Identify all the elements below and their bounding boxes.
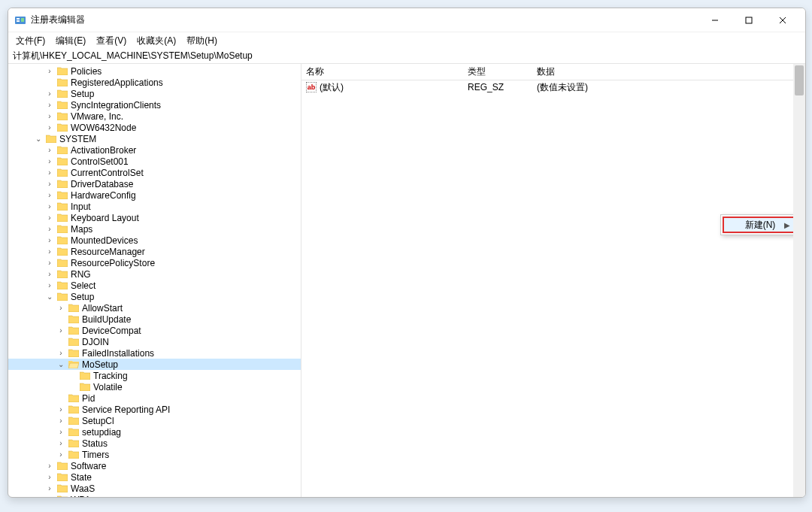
tree-item[interactable]: ›WPA xyxy=(8,494,301,497)
tree-item[interactable]: BuildUpdate xyxy=(8,314,301,325)
expand-icon[interactable]: › xyxy=(56,439,65,447)
tree-item[interactable]: ›SyncIntegrationClients xyxy=(8,99,301,111)
folder-icon xyxy=(68,450,80,460)
tree-item[interactable]: ›Policies xyxy=(8,65,301,77)
collapse-icon[interactable]: ⌄ xyxy=(45,292,54,301)
expand-icon[interactable]: › xyxy=(45,473,54,481)
expand-icon[interactable]: › xyxy=(45,101,54,109)
expand-icon[interactable]: › xyxy=(45,236,54,244)
tree-item[interactable]: ›Keyboard Layout xyxy=(8,212,301,223)
expand-icon[interactable]: › xyxy=(45,484,54,492)
expand-icon[interactable]: › xyxy=(56,450,65,459)
tree-item[interactable]: Tracking xyxy=(8,370,301,381)
expand-icon[interactable]: › xyxy=(45,495,54,497)
tree-item[interactable]: ›SetupCl xyxy=(8,415,301,426)
expand-icon[interactable]: › xyxy=(45,67,54,75)
tree-item[interactable]: ›setupdiag xyxy=(8,426,301,438)
tree-item[interactable]: ›CurrentControlSet xyxy=(8,167,301,178)
tree-item[interactable]: ›State xyxy=(8,471,301,483)
expand-icon[interactable]: › xyxy=(45,247,54,256)
expand-icon[interactable]: › xyxy=(45,191,54,199)
folder-icon xyxy=(68,348,80,359)
tree-item[interactable]: ›DriverDatabase xyxy=(8,178,301,189)
tree-item[interactable]: Volatile xyxy=(8,381,301,392)
expand-icon[interactable]: › xyxy=(45,146,54,154)
expand-icon[interactable]: › xyxy=(45,214,54,222)
tree-item[interactable]: ›Setup xyxy=(8,88,301,99)
path-text: 计算机\HKEY_LOCAL_MACHINE\SYSTEM\Setup\MoSe… xyxy=(13,50,253,62)
expand-icon[interactable]: › xyxy=(45,202,54,211)
col-header-name[interactable]: 名称 xyxy=(301,65,463,78)
tree-item[interactable]: ›Timers xyxy=(8,449,301,460)
expand-icon[interactable]: › xyxy=(56,349,65,357)
tree-item[interactable]: RegisteredApplications xyxy=(8,77,301,88)
tree-item[interactable]: DJOIN xyxy=(8,336,301,347)
tree-item[interactable]: ⌄SYSTEM xyxy=(8,133,301,144)
tree-item[interactable]: ›WaaS xyxy=(8,483,301,494)
close-button[interactable] xyxy=(765,9,799,32)
tree-item[interactable]: ›Software xyxy=(8,460,301,471)
expand-icon[interactable]: › xyxy=(56,304,65,312)
folder-icon xyxy=(56,213,68,223)
tree-item[interactable]: ›ResourcePolicyStore xyxy=(8,257,301,268)
collapse-icon[interactable]: ⌄ xyxy=(34,135,43,143)
tree-item[interactable]: ›ActivationBroker xyxy=(8,144,301,156)
tree-label: ControlSet001 xyxy=(71,156,129,167)
scrollbar-thumb[interactable] xyxy=(795,65,804,95)
expand-icon[interactable]: › xyxy=(45,225,54,233)
tree-item[interactable]: ›VMware, Inc. xyxy=(8,111,301,122)
expand-icon[interactable]: › xyxy=(45,112,54,120)
expand-icon[interactable]: › xyxy=(45,270,54,278)
expand-icon[interactable]: › xyxy=(45,157,54,165)
minimize-button[interactable] xyxy=(698,9,732,32)
maximize-button[interactable] xyxy=(732,9,765,32)
tree-item[interactable]: ›Maps xyxy=(8,223,301,235)
tree-item[interactable]: ›MountedDevices xyxy=(8,235,301,246)
folder-icon xyxy=(56,258,68,268)
titlebar[interactable]: 注册表编辑器 xyxy=(8,8,805,32)
tree-item[interactable]: ›ControlSet001 xyxy=(8,156,301,167)
expand-icon[interactable]: › xyxy=(45,281,54,289)
expand-icon[interactable]: › xyxy=(56,405,65,414)
tree-label: Setup xyxy=(71,292,94,302)
tree-item[interactable]: ›WOW6432Node xyxy=(8,122,301,133)
expand-icon[interactable]: › xyxy=(56,417,65,425)
detail-scrollbar[interactable] xyxy=(793,64,805,497)
expand-icon[interactable]: › xyxy=(45,89,54,98)
expand-icon[interactable]: › xyxy=(45,123,54,132)
tree-item[interactable]: Pid xyxy=(8,392,301,404)
tree-item[interactable]: ›RNG xyxy=(8,268,301,280)
context-menu-new[interactable]: 新建(N) ▶ xyxy=(723,217,796,233)
menu-help[interactable]: 帮助(H) xyxy=(182,33,222,49)
expand-icon[interactable]: › xyxy=(45,168,54,177)
tree-item[interactable]: ›AllowStart xyxy=(8,302,301,314)
detail-panel[interactable]: 名称 类型 数据 ab (默认) REG_SZ (数值未设置) 新建(N) ▶ xyxy=(301,64,805,497)
tree-item[interactable]: ⌄MoSetup xyxy=(8,359,301,370)
expand-icon[interactable]: › xyxy=(45,180,54,188)
col-header-data[interactable]: 数据 xyxy=(532,65,805,78)
tree-item[interactable]: ›DeviceCompat xyxy=(8,325,301,336)
expand-icon[interactable]: › xyxy=(45,462,54,470)
folder-icon xyxy=(79,382,91,392)
menu-favorites[interactable]: 收藏夹(A) xyxy=(132,33,180,49)
tree-item[interactable]: ›Status xyxy=(8,438,301,449)
tree-panel[interactable]: ›PoliciesRegisteredApplications›Setup›Sy… xyxy=(8,64,301,497)
menu-file[interactable]: 文件(F) xyxy=(11,33,50,49)
tree-item[interactable]: ›Input xyxy=(8,201,301,212)
menu-view[interactable]: 查看(V) xyxy=(92,33,131,49)
expand-icon[interactable]: › xyxy=(56,326,65,335)
tree-item[interactable]: ›FailedInstallations xyxy=(8,347,301,359)
detail-row[interactable]: ab (默认) REG_SZ (数值未设置) xyxy=(301,80,805,94)
menu-edit[interactable]: 编辑(E) xyxy=(51,33,90,49)
expand-icon[interactable]: › xyxy=(56,428,65,436)
tree-label: Status xyxy=(82,438,108,449)
tree-item[interactable]: ›Select xyxy=(8,280,301,291)
tree-item[interactable]: ⌄Setup xyxy=(8,291,301,302)
tree-item[interactable]: ›HardwareConfig xyxy=(8,189,301,201)
col-header-type[interactable]: 类型 xyxy=(463,65,532,78)
address-bar[interactable]: 计算机\HKEY_LOCAL_MACHINE\SYSTEM\Setup\MoSe… xyxy=(8,49,805,64)
tree-item[interactable]: ›Service Reporting API xyxy=(8,404,301,415)
expand-icon[interactable]: › xyxy=(45,259,54,267)
tree-item[interactable]: ›ResourceManager xyxy=(8,246,301,257)
collapse-icon[interactable]: ⌄ xyxy=(56,360,65,368)
